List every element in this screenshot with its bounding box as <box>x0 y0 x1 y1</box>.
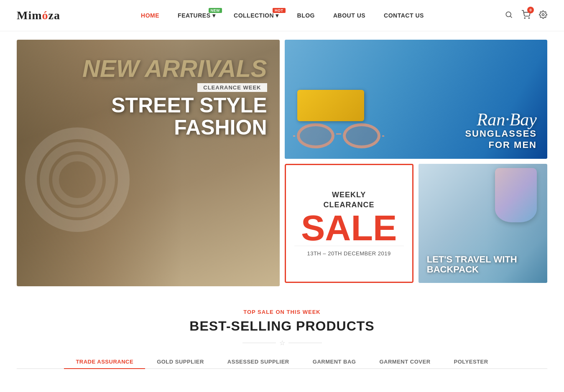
nav-item-about[interactable]: ABOUT US <box>324 12 375 19</box>
new-arrivals-text: NEW ARRIVALS <box>82 56 267 81</box>
nav-item-blog[interactable]: BLOG <box>288 12 324 19</box>
lens-right <box>343 123 380 148</box>
top-sale-label: TOP SALE ON THIS WEEK <box>17 309 547 315</box>
logo-dot: ó <box>42 9 48 22</box>
glasses-arm-left <box>293 135 295 137</box>
svg-point-3 <box>528 18 529 18</box>
nav-item-contact[interactable]: CONTACT US <box>375 12 433 19</box>
tab-garment-cover[interactable]: GARMENT COVER <box>367 355 442 369</box>
street-style-text: STREET STYLE FASHION <box>82 94 267 138</box>
nav-blog-label: BLOG <box>297 12 315 19</box>
nav-collection-label: COLLECTION <box>234 12 274 19</box>
hero-grid: NEW ARRIVALS CLEARANCE WEEK STREET STYLE… <box>17 40 547 288</box>
sunglasses-line1: SUNGLASSES <box>465 128 537 139</box>
tab-trade-assurance[interactable]: TRADE ASSURANCE <box>64 355 145 369</box>
nav-item-home[interactable]: HOME <box>132 12 168 19</box>
lets-travel-line2: BACKPACK <box>427 265 517 275</box>
nav-item-features[interactable]: NEW FEATURES ▾ <box>168 12 225 19</box>
nav-item-collection[interactable]: HOT COLLECTION ▾ <box>225 12 288 19</box>
svg-point-0 <box>506 12 511 17</box>
collection-chevron-icon: ▾ <box>276 12 279 19</box>
hero-right-bottom: WEEKLY CLEARANCE SALE 13TH – 20TH DECEMB… <box>285 164 548 283</box>
clearance-badge-text: CLEARANCE WEEK <box>197 83 267 92</box>
hero-right-column: Ran·Bay SUNGLASSES FOR MEN WEEKLY CLEARA… <box>285 40 548 283</box>
product-tabs: TRADE ASSURANCE GOLD SUPPLIER ASSESSED S… <box>17 355 547 369</box>
sale-dates: 13TH – 20TH DECEMBER 2019 <box>294 246 404 257</box>
main-content: NEW ARRIVALS CLEARANCE WEEK STREET STYLE… <box>0 31 564 377</box>
header-icons: 0 <box>505 10 547 21</box>
hat-decoration <box>25 127 142 261</box>
lens-left <box>297 123 334 148</box>
best-selling-section: TOP SALE ON THIS WEEK BEST-SELLING PRODU… <box>17 309 547 369</box>
cart-count: 0 <box>527 7 534 13</box>
nav-features-label: FEATURES <box>178 12 210 19</box>
lets-travel-line1: LET'S TRAVEL WITH <box>427 255 517 265</box>
hero-banner-left[interactable]: NEW ARRIVALS CLEARANCE WEEK STREET STYLE… <box>17 40 280 286</box>
sale-box[interactable]: WEEKLY CLEARANCE SALE 13TH – 20TH DECEMB… <box>285 164 413 283</box>
sunglasses-text: Ran·Bay SUNGLASSES FOR MEN <box>465 111 537 150</box>
clearance-badge: CLEARANCE WEEK <box>82 81 267 94</box>
tab-assessed-supplier[interactable]: ASSESSED SUPPLIER <box>216 355 301 369</box>
cart-icon[interactable]: 0 <box>521 10 531 21</box>
collection-badge: HOT <box>273 8 286 13</box>
features-chevron-icon: ▾ <box>212 12 216 19</box>
search-icon[interactable] <box>505 10 513 21</box>
nav-home-label: HOME <box>141 12 159 19</box>
svg-point-2 <box>524 18 525 18</box>
brand-logo[interactable]: Mimóza <box>17 9 60 22</box>
backpack-text: LET'S TRAVEL WITH BACKPACK <box>427 255 517 275</box>
star-divider: ☆ <box>17 339 547 347</box>
main-nav: HOME NEW FEATURES ▾ HOT COLLECTION ▾ BLO… <box>132 12 433 19</box>
settings-icon[interactable] <box>539 10 547 21</box>
best-selling-title: BEST-SELLING PRODUCTS <box>17 318 547 334</box>
hero-banner-sunglasses[interactable]: Ran·Bay SUNGLASSES FOR MEN <box>285 40 548 159</box>
backpack-box[interactable]: LET'S TRAVEL WITH BACKPACK <box>419 164 547 283</box>
sale-text: SALE <box>301 210 397 246</box>
header: Mimóza HOME NEW FEATURES ▾ HOT COLLECTIO… <box>0 0 564 31</box>
sunglasses-prop <box>293 123 384 148</box>
svg-line-1 <box>510 16 512 18</box>
hero-left-text: NEW ARRIVALS CLEARANCE WEEK STREET STYLE… <box>82 56 267 138</box>
glasses-arm-right <box>382 135 384 137</box>
svg-point-4 <box>542 13 544 15</box>
yellow-case <box>297 90 364 121</box>
nav-about-label: ABOUT US <box>333 12 365 19</box>
ranbay-brand: Ran·Bay <box>465 111 537 128</box>
star-icon: ☆ <box>279 339 285 347</box>
backpack-shape <box>495 168 537 222</box>
tab-garment-bag[interactable]: GARMENT BAG <box>301 355 368 369</box>
nav-contact-label: CONTACT US <box>384 12 424 19</box>
tab-gold-supplier[interactable]: GOLD SUPPLIER <box>145 355 216 369</box>
features-badge: NEW <box>209 8 222 13</box>
glasses-bridge <box>336 133 341 135</box>
glasses-frames <box>293 123 384 148</box>
sunglasses-line2: FOR MEN <box>465 140 537 150</box>
tab-polyester[interactable]: POLYESTER <box>442 355 500 369</box>
weekly-clearance-text: WEEKLY CLEARANCE <box>324 190 375 210</box>
